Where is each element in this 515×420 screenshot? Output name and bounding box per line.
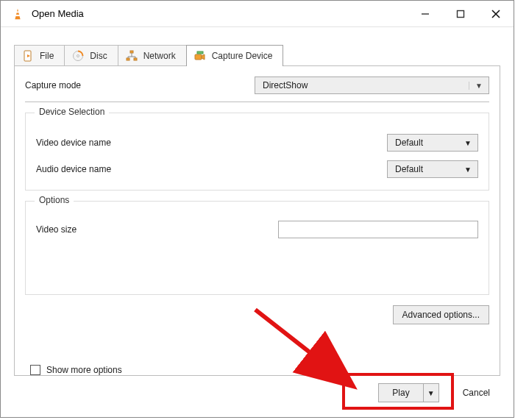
capture-device-icon (194, 50, 206, 62)
disc-icon (72, 50, 84, 62)
tab-strip: File Disc Network (14, 43, 500, 65)
svg-rect-14 (195, 54, 202, 60)
svg-rect-1 (16, 11, 20, 13)
play-dropdown-toggle[interactable]: ▼ (424, 384, 438, 402)
options-legend: Options (35, 195, 74, 205)
video-size-input[interactable] (278, 221, 478, 238)
dialog-action-row: Play ▼ Cancel (378, 383, 500, 402)
window-buttons (408, 1, 514, 26)
play-button-label: Play (379, 384, 423, 402)
tab-capture-device-label: Capture Device (212, 51, 273, 61)
advanced-options-button[interactable]: Advanced options... (393, 305, 489, 324)
chevron-down-icon: ▼ (464, 165, 472, 174)
advanced-options-label: Advanced options... (402, 310, 480, 320)
svg-marker-0 (15, 8, 20, 18)
tab-disc[interactable]: Disc (64, 45, 118, 66)
titlebar: Open Media (1, 1, 514, 27)
checkbox-box-icon (30, 365, 40, 375)
window-title: Open Media (32, 8, 408, 19)
tab-network[interactable]: Network (118, 45, 187, 66)
chevron-down-icon: ▼ (469, 82, 483, 90)
audio-device-label: Audio device name (36, 164, 387, 174)
svg-rect-16 (197, 51, 203, 54)
tab-file-label: File (40, 51, 54, 61)
cancel-button-label: Cancel (463, 388, 490, 398)
tab-capture-device[interactable]: Capture Device (186, 45, 284, 66)
audio-device-value: Default (395, 164, 423, 174)
svg-rect-4 (458, 10, 464, 17)
chevron-down-icon: ▼ (427, 389, 435, 397)
video-device-select[interactable]: Default ▼ (387, 134, 478, 152)
minimize-button[interactable] (408, 1, 443, 26)
close-button[interactable] (478, 1, 514, 26)
capture-mode-select[interactable]: DirectShow ▼ (255, 76, 489, 94)
svg-rect-13 (134, 58, 137, 60)
svg-rect-11 (130, 51, 133, 53)
capture-mode-value: DirectShow (263, 80, 308, 90)
capture-tab-panel: Capture mode DirectShow ▼ Device Selecti… (14, 65, 500, 376)
device-selection-group: Device Selection Video device name Defau… (25, 113, 489, 191)
vlc-cone-icon (11, 7, 24, 21)
show-more-options-checkbox[interactable]: Show more options (30, 365, 122, 375)
video-device-value: Default (395, 138, 423, 148)
chevron-down-icon: ▼ (464, 139, 472, 147)
device-selection-legend: Device Selection (35, 107, 109, 117)
show-more-options-label: Show more options (46, 365, 122, 375)
divider (25, 102, 489, 102)
network-icon (126, 50, 138, 62)
tab-file[interactable]: File (14, 45, 65, 66)
play-split-button[interactable]: Play ▼ (378, 383, 438, 402)
cancel-button[interactable]: Cancel (452, 383, 500, 402)
svg-marker-15 (202, 54, 205, 60)
tab-disc-label: Disc (90, 51, 107, 61)
options-group: Options Video size (25, 201, 489, 295)
open-media-window: Open Media File Disc (0, 0, 514, 418)
video-size-label: Video size (36, 224, 278, 235)
svg-rect-2 (15, 14, 20, 15)
capture-mode-label: Capture mode (25, 80, 255, 90)
file-icon (22, 50, 34, 62)
svg-point-10 (77, 55, 79, 57)
video-device-label: Video device name (36, 138, 387, 148)
audio-device-select[interactable]: Default ▼ (387, 160, 478, 178)
tab-network-label: Network (143, 51, 176, 61)
maximize-button[interactable] (443, 1, 478, 26)
svg-rect-12 (127, 58, 129, 60)
